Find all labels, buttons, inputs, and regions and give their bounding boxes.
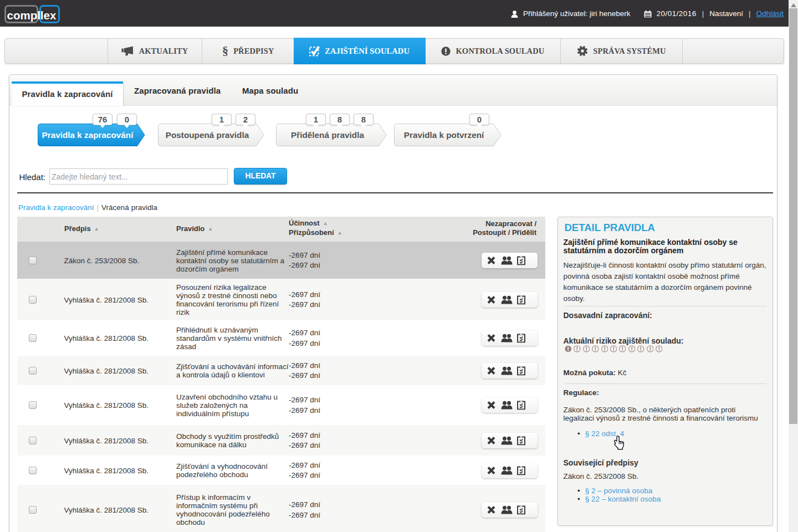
svg-text:Postoupená pravidla: Postoupená pravidla	[166, 130, 249, 140]
svg-text:Přidělená pravidla: Přidělená pravidla	[291, 130, 364, 140]
svg-text:Pravidla k zapracování: Pravidla k zapracování	[42, 130, 134, 140]
svg-text:Pravidla k potvrzení: Pravidla k potvrzení	[404, 130, 484, 140]
